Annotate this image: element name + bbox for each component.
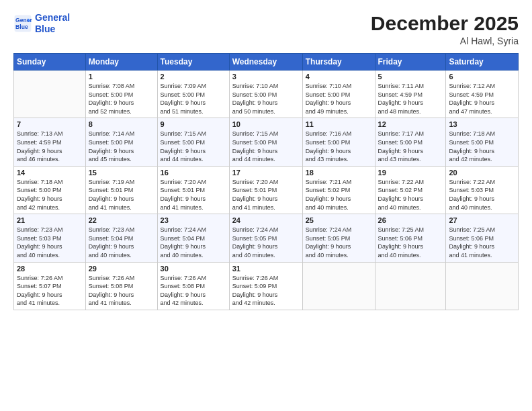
day-number: 5 <box>378 73 443 81</box>
calendar-cell <box>14 71 86 118</box>
logo-text: General Blue <box>35 12 70 35</box>
day-info: Sunrise: 7:18 AM Sunset: 5:00 PM Dayligh… <box>449 130 515 163</box>
day-number: 21 <box>17 216 83 224</box>
calendar-header-row: SundayMondayTuesdayWednesdayThursdayFrid… <box>14 54 519 71</box>
day-number: 31 <box>232 265 300 273</box>
day-info: Sunrise: 7:25 AM Sunset: 5:06 PM Dayligh… <box>378 226 443 259</box>
day-info: Sunrise: 7:26 AM Sunset: 5:08 PM Dayligh… <box>161 274 226 308</box>
page: General Blue General Blue December 2025 … <box>0 0 532 411</box>
day-number: 14 <box>17 169 83 177</box>
day-number: 15 <box>89 169 154 177</box>
day-number: 8 <box>89 120 154 128</box>
day-number: 10 <box>232 120 300 128</box>
day-info: Sunrise: 7:10 AM Sunset: 5:00 PM Dayligh… <box>232 82 300 116</box>
logo-icon: General Blue <box>13 14 32 33</box>
calendar-cell: 7Sunrise: 7:13 AM Sunset: 4:59 PM Daylig… <box>14 118 86 166</box>
weekday-header: Sunday <box>14 54 86 71</box>
day-number: 30 <box>161 265 226 273</box>
day-info: Sunrise: 7:11 AM Sunset: 4:59 PM Dayligh… <box>378 82 443 116</box>
day-info: Sunrise: 7:16 AM Sunset: 5:00 PM Dayligh… <box>306 130 372 163</box>
day-number: 16 <box>161 169 226 177</box>
calendar-cell: 22Sunrise: 7:23 AM Sunset: 5:04 PM Dayli… <box>85 214 157 262</box>
day-info: Sunrise: 7:26 AM Sunset: 5:09 PM Dayligh… <box>232 274 300 308</box>
day-info: Sunrise: 7:09 AM Sunset: 5:00 PM Dayligh… <box>161 82 226 116</box>
day-number: 7 <box>17 120 83 128</box>
day-info: Sunrise: 7:24 AM Sunset: 5:05 PM Dayligh… <box>306 226 372 259</box>
calendar-cell: 11Sunrise: 7:16 AM Sunset: 5:00 PM Dayli… <box>302 118 375 166</box>
day-info: Sunrise: 7:23 AM Sunset: 5:03 PM Dayligh… <box>17 226 83 259</box>
calendar-cell: 31Sunrise: 7:26 AM Sunset: 5:09 PM Dayli… <box>229 262 302 310</box>
day-info: Sunrise: 7:26 AM Sunset: 5:08 PM Dayligh… <box>89 274 154 308</box>
day-number: 1 <box>89 73 154 81</box>
day-info: Sunrise: 7:23 AM Sunset: 5:04 PM Dayligh… <box>89 226 154 259</box>
calendar-cell: 18Sunrise: 7:21 AM Sunset: 5:02 PM Dayli… <box>302 166 375 214</box>
calendar-cell: 2Sunrise: 7:09 AM Sunset: 5:00 PM Daylig… <box>157 71 229 118</box>
day-info: Sunrise: 7:20 AM Sunset: 5:01 PM Dayligh… <box>232 178 300 212</box>
day-info: Sunrise: 7:18 AM Sunset: 5:00 PM Dayligh… <box>17 178 83 212</box>
day-number: 2 <box>161 73 226 81</box>
day-info: Sunrise: 7:21 AM Sunset: 5:02 PM Dayligh… <box>306 178 372 212</box>
day-info: Sunrise: 7:25 AM Sunset: 5:06 PM Dayligh… <box>449 226 515 259</box>
day-info: Sunrise: 7:08 AM Sunset: 5:00 PM Dayligh… <box>89 82 154 116</box>
calendar-cell: 9Sunrise: 7:15 AM Sunset: 5:00 PM Daylig… <box>157 118 229 166</box>
calendar-cell: 6Sunrise: 7:12 AM Sunset: 4:59 PM Daylig… <box>446 71 519 118</box>
weekday-header: Monday <box>85 54 157 71</box>
title-area: December 2025 Al Hawl, Syria <box>371 12 519 46</box>
day-info: Sunrise: 7:20 AM Sunset: 5:01 PM Dayligh… <box>161 178 226 212</box>
calendar-cell <box>375 262 446 310</box>
calendar-week-row: 21Sunrise: 7:23 AM Sunset: 5:03 PM Dayli… <box>14 214 519 262</box>
day-info: Sunrise: 7:13 AM Sunset: 4:59 PM Dayligh… <box>17 130 83 163</box>
day-info: Sunrise: 7:17 AM Sunset: 5:00 PM Dayligh… <box>378 130 443 163</box>
calendar: SundayMondayTuesdayWednesdayThursdayFrid… <box>13 53 519 310</box>
calendar-cell: 12Sunrise: 7:17 AM Sunset: 5:00 PM Dayli… <box>375 118 446 166</box>
calendar-cell: 19Sunrise: 7:22 AM Sunset: 5:02 PM Dayli… <box>375 166 446 214</box>
calendar-cell: 1Sunrise: 7:08 AM Sunset: 5:00 PM Daylig… <box>85 71 157 118</box>
day-number: 18 <box>306 169 372 177</box>
day-info: Sunrise: 7:14 AM Sunset: 5:00 PM Dayligh… <box>89 130 154 163</box>
calendar-cell <box>446 262 519 310</box>
day-number: 3 <box>232 73 300 81</box>
day-info: Sunrise: 7:22 AM Sunset: 5:02 PM Dayligh… <box>378 178 443 212</box>
day-number: 27 <box>449 216 515 224</box>
calendar-week-row: 7Sunrise: 7:13 AM Sunset: 4:59 PM Daylig… <box>14 118 519 166</box>
day-number: 13 <box>449 120 515 128</box>
calendar-cell: 10Sunrise: 7:15 AM Sunset: 5:00 PM Dayli… <box>229 118 302 166</box>
calendar-cell: 15Sunrise: 7:19 AM Sunset: 5:01 PM Dayli… <box>85 166 157 214</box>
calendar-cell <box>302 262 375 310</box>
day-number: 29 <box>89 265 154 273</box>
day-number: 6 <box>449 73 515 81</box>
day-number: 22 <box>89 216 154 224</box>
day-info: Sunrise: 7:24 AM Sunset: 5:04 PM Dayligh… <box>161 226 226 259</box>
calendar-cell: 29Sunrise: 7:26 AM Sunset: 5:08 PM Dayli… <box>85 262 157 310</box>
svg-text:Blue: Blue <box>15 24 28 30</box>
calendar-cell: 14Sunrise: 7:18 AM Sunset: 5:00 PM Dayli… <box>14 166 86 214</box>
day-number: 12 <box>378 120 443 128</box>
day-info: Sunrise: 7:22 AM Sunset: 5:03 PM Dayligh… <box>449 178 515 212</box>
day-number: 17 <box>232 169 300 177</box>
day-number: 26 <box>378 216 443 224</box>
day-number: 28 <box>17 265 83 273</box>
weekday-header: Wednesday <box>229 54 302 71</box>
day-info: Sunrise: 7:15 AM Sunset: 5:00 PM Dayligh… <box>161 130 226 163</box>
day-number: 11 <box>306 120 372 128</box>
calendar-week-row: 28Sunrise: 7:26 AM Sunset: 5:07 PM Dayli… <box>14 262 519 310</box>
day-info: Sunrise: 7:19 AM Sunset: 5:01 PM Dayligh… <box>89 178 154 212</box>
day-number: 9 <box>161 120 226 128</box>
day-info: Sunrise: 7:24 AM Sunset: 5:05 PM Dayligh… <box>232 226 300 259</box>
weekday-header: Saturday <box>446 54 519 71</box>
calendar-week-row: 14Sunrise: 7:18 AM Sunset: 5:00 PM Dayli… <box>14 166 519 214</box>
calendar-cell: 24Sunrise: 7:24 AM Sunset: 5:05 PM Dayli… <box>229 214 302 262</box>
calendar-cell: 20Sunrise: 7:22 AM Sunset: 5:03 PM Dayli… <box>446 166 519 214</box>
calendar-cell: 8Sunrise: 7:14 AM Sunset: 5:00 PM Daylig… <box>85 118 157 166</box>
calendar-cell: 23Sunrise: 7:24 AM Sunset: 5:04 PM Dayli… <box>157 214 229 262</box>
calendar-week-row: 1Sunrise: 7:08 AM Sunset: 5:00 PM Daylig… <box>14 71 519 118</box>
day-info: Sunrise: 7:12 AM Sunset: 4:59 PM Dayligh… <box>449 82 515 116</box>
weekday-header: Thursday <box>302 54 375 71</box>
weekday-header: Tuesday <box>157 54 229 71</box>
header: General Blue General Blue December 2025 … <box>13 12 519 46</box>
calendar-cell: 13Sunrise: 7:18 AM Sunset: 5:00 PM Dayli… <box>446 118 519 166</box>
calendar-cell: 27Sunrise: 7:25 AM Sunset: 5:06 PM Dayli… <box>446 214 519 262</box>
calendar-cell: 17Sunrise: 7:20 AM Sunset: 5:01 PM Dayli… <box>229 166 302 214</box>
location: Al Hawl, Syria <box>371 36 519 46</box>
month-title: December 2025 <box>371 12 519 34</box>
